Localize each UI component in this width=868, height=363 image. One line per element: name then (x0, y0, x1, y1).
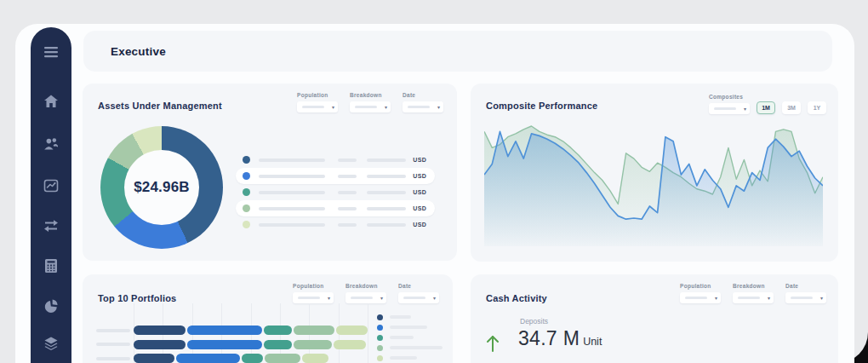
population-select[interactable]: ▾ (680, 292, 721, 303)
portfolio-bar-row (96, 354, 376, 363)
legend-value-placeholder (338, 191, 357, 194)
page-title: Executive (83, 45, 166, 58)
portfolio-label-placeholder (96, 343, 130, 346)
bar-segment (187, 340, 262, 349)
range-1m-button[interactable]: 1M (757, 101, 775, 114)
card-title: Assets Under Management (98, 101, 222, 111)
chart-icon[interactable] (43, 178, 59, 193)
breakdown-select[interactable]: ▾ (350, 101, 391, 112)
card-title: Composite Performance (486, 101, 597, 111)
donut-hole: $24.96B (124, 150, 199, 225)
filter-population: Population ▾ (680, 283, 721, 303)
dashboard-screen: Executive Assets Under Management Popula… (0, 0, 868, 363)
chevron-down-icon: ▾ (433, 296, 436, 301)
users-icon[interactable] (43, 136, 59, 152)
bar-segment (264, 326, 292, 335)
currency-label: USD (413, 205, 426, 211)
currency-label: USD (413, 157, 426, 163)
bar-segment (134, 326, 186, 335)
home-icon[interactable] (43, 94, 59, 109)
portfolio-legend-row (377, 343, 443, 353)
filter-label: Breakdown (345, 283, 386, 289)
portfolio-bar-row (96, 340, 376, 349)
currency-label: USD (413, 173, 426, 179)
date-select[interactable]: ▾ (398, 292, 439, 303)
select-placeholder (685, 297, 707, 299)
legend-dot (243, 172, 250, 180)
chevron-down-icon: ▾ (768, 296, 770, 301)
card-composite-performance: Composite Performance Composites ▾ 1M 3M… (471, 84, 838, 262)
aum-legend-row: USD (236, 216, 435, 233)
portfolio-bar-row (96, 326, 376, 335)
bar-segment (336, 326, 368, 335)
legend-dot (243, 205, 250, 212)
filter-label: Date (403, 92, 443, 98)
currency-label: USD (413, 189, 426, 195)
select-placeholder (351, 297, 373, 299)
aum-total-value: $24.96B (134, 179, 190, 196)
bar-segment (264, 340, 292, 349)
filter-label: Population (680, 283, 721, 289)
menu-icon[interactable] (43, 44, 59, 60)
legend-label-placeholder (259, 223, 325, 227)
card-cash-activity: Cash Activity Population ▾ Breakdown ▾ D… (471, 274, 838, 363)
sidebar (31, 27, 71, 363)
legend-amount-placeholder (367, 191, 406, 194)
bar-segment (294, 326, 334, 335)
legend-label-placeholder (259, 207, 325, 210)
bar-segment (134, 340, 186, 349)
filter-breakdown: Breakdown ▾ (345, 283, 386, 303)
aum-legend-row: USD (236, 168, 435, 184)
transfer-arrows-icon[interactable] (43, 218, 59, 233)
select-placeholder (355, 106, 377, 108)
legend-dot (377, 325, 383, 331)
deposits-metric: 34.7 M Unit (518, 327, 602, 350)
bar-segment (134, 354, 174, 363)
portfolio-legend-row (377, 353, 443, 363)
filter-composites: Composites ▾ (709, 94, 750, 114)
legend-amount-placeholder (367, 223, 406, 227)
filter-label: Date (398, 283, 439, 289)
composites-select[interactable]: ▾ (709, 103, 750, 114)
portfolio-label-placeholder (96, 357, 130, 360)
population-select[interactable]: ▾ (293, 292, 334, 303)
filter-label: Population (297, 92, 338, 98)
aum-legend-row: USD (236, 200, 435, 216)
legend-amount-placeholder (367, 158, 406, 162)
select-placeholder (403, 297, 425, 299)
calculator-icon[interactable] (43, 258, 59, 274)
composite-chart-svg (484, 123, 823, 246)
composite-line-chart (484, 123, 823, 246)
composite-controls: Composites ▾ 1M 3M 1Y (709, 94, 826, 114)
deposits-unit: Unit (583, 336, 602, 348)
date-select[interactable]: ▾ (785, 292, 826, 303)
range-1y-button[interactable]: 1Y (808, 101, 826, 114)
layers-icon[interactable] (43, 336, 59, 351)
legend-label-placeholder (390, 356, 417, 360)
legend-dot (377, 314, 383, 320)
card-title: Cash Activity (486, 293, 547, 303)
chevron-down-icon: ▾ (380, 296, 383, 301)
breakdown-select[interactable]: ▾ (345, 292, 386, 303)
filter-date: Date ▾ (403, 92, 443, 112)
legend-label-placeholder (259, 175, 325, 178)
legend-dot (243, 156, 250, 164)
population-select[interactable]: ▾ (297, 101, 338, 112)
bar-segment (265, 354, 300, 363)
legend-label-placeholder (390, 326, 427, 329)
legend-value-placeholder (338, 175, 357, 178)
select-placeholder (302, 106, 324, 108)
pie-chart-icon[interactable] (43, 298, 59, 314)
filter-label: Breakdown (350, 92, 391, 98)
bar-segment (242, 354, 263, 363)
breakdown-select[interactable]: ▾ (733, 292, 774, 303)
range-3m-button[interactable]: 3M (782, 101, 801, 114)
legend-value-placeholder (338, 158, 357, 162)
filter-breakdown: Breakdown ▾ (350, 92, 391, 112)
trend-up-arrow-icon (485, 334, 500, 353)
card-top-10-portfolios: Top 10 Portfolios Population ▾ Breakdown… (83, 274, 453, 363)
legend-dot (377, 355, 383, 361)
filter-label: Date (785, 283, 826, 289)
currency-label: USD (413, 222, 426, 228)
date-select[interactable]: ▾ (403, 101, 443, 112)
